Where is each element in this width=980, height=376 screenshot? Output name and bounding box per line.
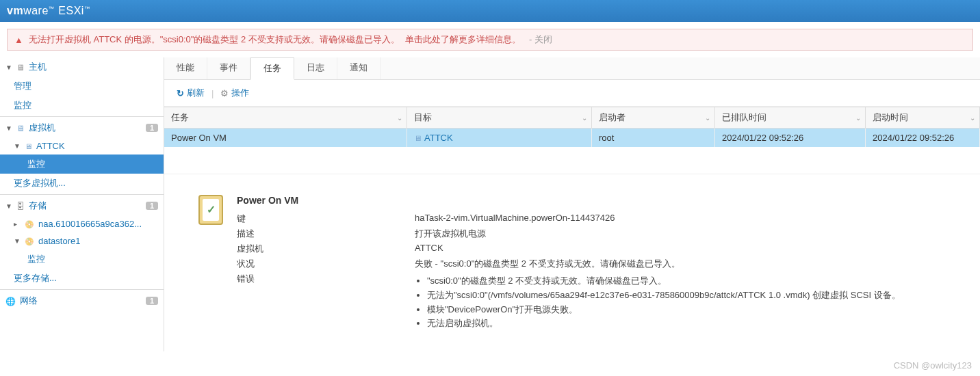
alert-banner: ▲ 无法打开虚拟机 ATTCK 的电源。"scsi0:0"的磁盘类型 2 不受支… bbox=[7, 29, 973, 51]
clipboard-icon bbox=[198, 195, 223, 225]
error-item: 无法启动虚拟机。 bbox=[427, 317, 946, 331]
cell-target: ATTCK bbox=[407, 129, 592, 147]
alert-more-link[interactable]: 单击此处了解更多详细信息。 bbox=[405, 33, 521, 46]
col-start[interactable]: 启动时间 bbox=[866, 107, 980, 128]
nav-network[interactable]: 网络1 bbox=[0, 291, 164, 310]
tab-performance[interactable]: 性能 bbox=[164, 57, 207, 79]
refresh-button[interactable]: ↻刷新 bbox=[174, 85, 207, 100]
cell-queued: 2024/01/22 09:52:26 bbox=[715, 129, 866, 147]
col-target[interactable]: 目标 bbox=[407, 107, 592, 128]
datastore-icon bbox=[25, 236, 34, 246]
sidebar: ▼主机 管理 监控 ▼虚拟机1 ▼ATTCK 监控 更多虚拟机... ▼存储1 … bbox=[0, 57, 164, 351]
tab-tasks[interactable]: 任务 bbox=[250, 57, 294, 80]
nav-vm-more[interactable]: 更多虚拟机... bbox=[0, 174, 164, 193]
logo: vmware™ESXi™ bbox=[7, 5, 90, 17]
nav-storage-more[interactable]: 更多存储... bbox=[0, 269, 164, 288]
gear-icon: ⚙ bbox=[220, 88, 229, 98]
error-item: "scsi0:0"的磁盘类型 2 不受支持或无效。请确保磁盘已导入。 bbox=[427, 274, 946, 288]
refresh-icon: ↻ bbox=[177, 88, 184, 98]
nav-ds2[interactable]: ▼datastore1 bbox=[0, 232, 164, 250]
network-badge: 1 bbox=[146, 297, 158, 305]
nav-host[interactable]: ▼主机 bbox=[0, 57, 164, 77]
task-detail: Power On VM 键 haTask-2-vim.VirtualMachin… bbox=[164, 174, 980, 351]
label-desc: 描述 bbox=[237, 228, 415, 240]
storage-badge: 1 bbox=[146, 202, 158, 210]
disk-icon bbox=[25, 219, 34, 229]
tab-logs[interactable]: 日志 bbox=[294, 57, 337, 79]
label-errors: 错误 bbox=[237, 273, 415, 331]
host-icon bbox=[16, 62, 25, 72]
vm-badge: 1 bbox=[146, 124, 158, 132]
tab-bar: 性能 事件 任务 日志 通知 bbox=[164, 57, 980, 80]
value-desc: 打开该虚拟机电源 bbox=[415, 228, 946, 240]
nav-host-manage[interactable]: 管理 bbox=[0, 77, 164, 96]
vm-icon bbox=[16, 123, 25, 133]
grid-header: 任务 目标 启动者 已排队时间 启动时间 bbox=[164, 107, 980, 129]
main-content: 性能 事件 任务 日志 通知 ↻刷新 | ⚙操作 任务 目标 启动者 已排队时间… bbox=[164, 57, 980, 351]
value-key: haTask-2-vim.VirtualMachine.powerOn-1144… bbox=[415, 213, 946, 225]
label-key: 键 bbox=[237, 213, 415, 225]
value-errors: "scsi0:0"的磁盘类型 2 不受支持或无效。请确保磁盘已导入。 无法为"s… bbox=[415, 273, 946, 331]
cell-initiator: root bbox=[592, 129, 715, 147]
cell-task: Power On VM bbox=[164, 129, 407, 147]
value-vm[interactable]: ATTCK bbox=[415, 243, 946, 255]
alert-close[interactable]: - 关闭 bbox=[529, 33, 552, 46]
label-status: 状况 bbox=[237, 258, 415, 270]
tab-notifications[interactable]: 通知 bbox=[337, 57, 381, 79]
nav-vm-monitor[interactable]: 监控 bbox=[0, 155, 164, 174]
col-task[interactable]: 任务 bbox=[164, 107, 407, 128]
tab-events[interactable]: 事件 bbox=[207, 57, 250, 79]
nav-host-monitor[interactable]: 监控 bbox=[0, 96, 164, 115]
storage-icon bbox=[16, 201, 25, 211]
toolbar: ↻刷新 | ⚙操作 bbox=[164, 80, 980, 107]
table-row[interactable]: Power On VM ATTCK root 2024/01/22 09:52:… bbox=[164, 129, 980, 147]
actions-button[interactable]: ⚙操作 bbox=[218, 85, 252, 100]
error-item: 无法为"scsi0:0"(/vmfs/volumes/65aa294f-e12c… bbox=[427, 288, 946, 303]
error-item: 模块"DevicePowerOn"打开电源失败。 bbox=[427, 303, 946, 317]
col-queued[interactable]: 已排队时间 bbox=[715, 107, 866, 128]
vm-icon bbox=[414, 133, 422, 143]
vm-item-icon bbox=[25, 141, 32, 151]
nav-vm-attck[interactable]: ▼ATTCK bbox=[0, 137, 164, 155]
network-icon bbox=[5, 296, 16, 306]
col-initiator[interactable]: 启动者 bbox=[592, 107, 715, 128]
cell-start: 2024/01/22 09:52:26 bbox=[866, 129, 980, 147]
label-vm: 虚拟机 bbox=[237, 243, 415, 255]
app-header: vmware™ESXi™ bbox=[0, 0, 980, 22]
warning-icon: ▲ bbox=[14, 35, 23, 45]
nav-vm[interactable]: ▼虚拟机1 bbox=[0, 118, 164, 137]
nav-storage[interactable]: ▼存储1 bbox=[0, 196, 164, 215]
detail-title: Power On VM bbox=[237, 195, 946, 206]
nav-storage-monitor[interactable]: 监控 bbox=[0, 250, 164, 269]
value-status: 失败 - "scsi0:0"的磁盘类型 2 不受支持或无效。请确保磁盘已导入。 bbox=[415, 258, 946, 270]
alert-text: 无法打开虚拟机 ATTCK 的电源。"scsi0:0"的磁盘类型 2 不受支持或… bbox=[29, 33, 400, 46]
nav-ds1[interactable]: ▸naa.610016665a9ca362... bbox=[0, 215, 164, 232]
